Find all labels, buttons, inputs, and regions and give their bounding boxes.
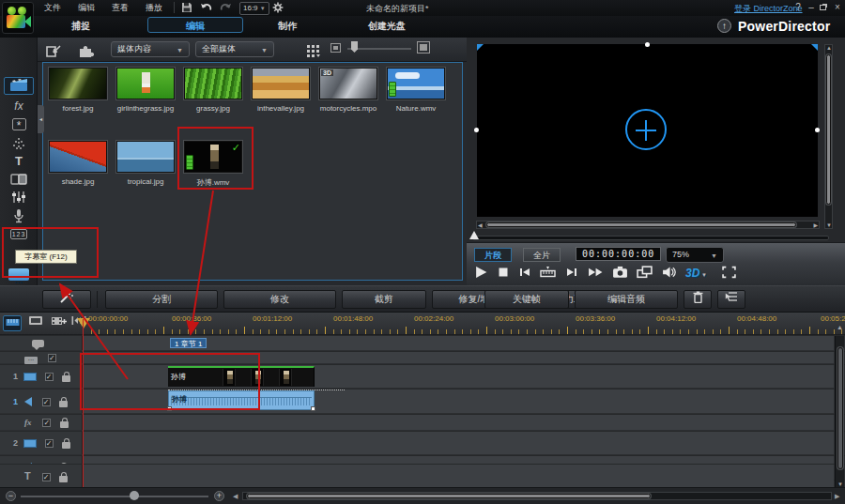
preview-vscrollbar[interactable]: ▲ ▼ [824, 44, 833, 229]
pip-objects-room-button[interactable]: * [4, 118, 34, 136]
timeline-scroll-left-icon[interactable]: ◀ [233, 493, 238, 500]
title-enable-checkbox[interactable]: ✓ [42, 473, 51, 481]
subtitle-enable-checkbox[interactable]: ✓ [48, 354, 56, 362]
import-media-icon[interactable] [45, 44, 62, 60]
particle-room-button[interactable] [4, 137, 34, 155]
subtitle-room-button[interactable]: ... [4, 268, 34, 286]
movie-mode-tab[interactable]: 全片 [523, 248, 561, 262]
tab-create-disc[interactable]: 创建光盘 [355, 18, 419, 34]
fx-lock-icon[interactable] [60, 421, 69, 428]
redo-icon[interactable] [220, 2, 232, 15]
trim-button[interactable]: 截剪 [342, 290, 426, 309]
volume-button[interactable] [662, 266, 676, 281]
timeline-hscroll-thumb[interactable] [247, 494, 651, 498]
plugin-puzzle-icon[interactable] [78, 43, 94, 60]
clip-handle-right[interactable] [311, 406, 315, 411]
ruler-select-tool[interactable] [3, 315, 22, 331]
scroll-right-icon[interactable]: ▶ [813, 221, 818, 228]
undock-preview-button[interactable] [637, 266, 653, 281]
split-button[interactable]: 分割 [105, 290, 218, 309]
media-item[interactable]: girlinthegrass.jpg [113, 68, 178, 130]
library-menu-icon[interactable] [306, 44, 321, 59]
3d-toggle-button[interactable]: 3D ▼ [685, 267, 707, 280]
chapter-room-button[interactable]: 123 [4, 228, 34, 246]
crop-handle-right[interactable] [815, 128, 820, 132]
zoom-out-button[interactable]: − [6, 491, 16, 501]
menu-play[interactable]: 播放 [137, 0, 171, 16]
media-item[interactable]: inthevalley.jpg [248, 68, 314, 130]
play-button[interactable] [474, 266, 488, 281]
audio1-enable-checkbox[interactable]: ✓ [42, 398, 51, 406]
panel-collapse-handle[interactable]: ◂ [38, 105, 44, 133]
playhead-marker[interactable] [77, 318, 90, 328]
crop-corner-topleft[interactable] [477, 44, 484, 51]
title-lock-icon[interactable] [59, 476, 68, 482]
media-room-button[interactable] [4, 77, 34, 95]
fast-forward-button[interactable] [588, 266, 603, 281]
media-item[interactable]: shade.jpg [45, 141, 111, 203]
media-item[interactable]: tropical.jpg [113, 141, 178, 203]
transition-room-button[interactable] [4, 173, 34, 191]
timeline-hscrollbar[interactable] [242, 492, 832, 500]
preview-zoom-dropdown[interactable]: 75%▼ [666, 247, 724, 263]
large-thumbnail-icon[interactable] [417, 41, 430, 53]
small-thumbnail-icon[interactable] [330, 43, 341, 53]
chapter-marker[interactable]: 1 章节 1 [170, 338, 207, 348]
snapshot-button[interactable] [612, 266, 628, 281]
stop-button[interactable] [498, 266, 509, 281]
keyframe-button[interactable]: 关键帧 [484, 290, 569, 309]
category-dropdown[interactable]: 媒体内容▼ [111, 41, 190, 57]
track-manager-button[interactable] [717, 290, 745, 309]
video1-enable-checkbox[interactable]: ✓ [45, 373, 54, 381]
settings-gear-icon[interactable] [272, 2, 284, 15]
undo-icon[interactable] [200, 2, 212, 15]
fx-enable-checkbox[interactable]: ✓ [42, 419, 51, 427]
modify-button[interactable]: 修改 [223, 290, 336, 309]
hscroll-thumb[interactable] [486, 222, 796, 227]
tab-capture[interactable]: 捕捉 [58, 18, 103, 34]
media-item[interactable]: grassy.jpg [180, 68, 246, 130]
restore-button[interactable] [815, 2, 830, 14]
seek-slider[interactable] [472, 236, 829, 240]
video1-lock-icon[interactable] [62, 375, 70, 382]
timeline-ruler[interactable]: 00:00:00:00 00:00:36:00 00:01:12:00 00:0… [83, 313, 845, 335]
audio-clip-selected[interactable]: 孙博 [168, 390, 315, 410]
voiceover-room-button[interactable] [4, 208, 34, 226]
preview-hscrollbar[interactable]: ◀ ▶ [476, 221, 820, 229]
movie-view-tool[interactable] [26, 315, 45, 331]
timeline-zoom-slider[interactable] [21, 496, 208, 497]
crop-handle-top[interactable] [645, 42, 650, 47]
crop-corner-topright[interactable] [811, 44, 818, 51]
close-button[interactable]: × [830, 2, 845, 14]
scroll-down-icon[interactable]: ▼ [826, 222, 832, 228]
save-icon[interactable] [181, 2, 192, 15]
effect-room-button[interactable]: fx [4, 99, 34, 117]
edit-audio-button[interactable]: 编辑音频 [575, 290, 678, 309]
clip-mode-tab[interactable]: 片段 [474, 248, 512, 262]
timeline-vscroll-thumb[interactable] [837, 347, 843, 469]
scroll-left-icon[interactable]: ◀ [478, 221, 483, 228]
magic-tools-button[interactable] [42, 290, 91, 309]
delete-button[interactable] [684, 290, 712, 309]
video2-enable-checkbox[interactable]: ✓ [45, 439, 54, 448]
preview-video-area[interactable] [477, 44, 818, 217]
menu-view[interactable]: 查看 [103, 0, 137, 16]
add-film-tool[interactable] [49, 315, 68, 331]
crop-handle-left[interactable] [474, 128, 479, 132]
tab-produce[interactable]: 制作 [265, 18, 310, 34]
upgrade-icon[interactable]: ↑ [717, 19, 731, 33]
clip-handle-left[interactable] [167, 406, 172, 411]
timeline-scroll-up-icon[interactable]: ▲ [837, 324, 843, 330]
audio1-lock-icon[interactable] [59, 401, 68, 407]
video-clip[interactable]: 孙博 [168, 366, 315, 387]
timeline-scroll-right-icon[interactable]: ▶ [835, 493, 839, 500]
menu-edit[interactable]: 编辑 [69, 0, 103, 16]
menu-file[interactable]: 文件 [36, 0, 69, 16]
media-item[interactable]: forest.jpg [45, 68, 111, 130]
vscroll-thumb[interactable] [826, 54, 831, 205]
seek-slider-thumb[interactable] [469, 231, 479, 239]
tab-edit[interactable]: 编辑 [147, 17, 243, 33]
timeline-zoom-thumb[interactable] [130, 491, 139, 500]
thumbnail-zoom-thumb[interactable] [351, 41, 358, 53]
next-frame-button[interactable] [565, 266, 578, 281]
